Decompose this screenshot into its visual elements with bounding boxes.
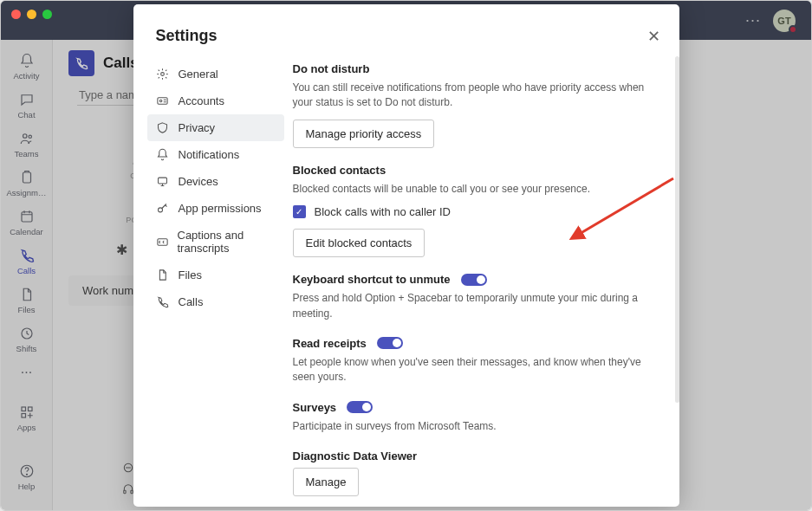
gear-icon — [156, 68, 170, 81]
modal-overlay: Settings ✕ General Ac — [1, 1, 811, 510]
keyboard-desc: Press and hold Option + Spacebar to temp… — [293, 291, 648, 321]
id-card-icon — [156, 94, 170, 107]
surveys-desc: Participate in surveys from Microsoft Te… — [293, 419, 648, 434]
app-window: ··· GT Activity Chat Teams — [0, 0, 812, 511]
nav-item-privacy[interactable]: Privacy — [147, 114, 284, 141]
settings-nav: General Accounts Privacy — [133, 54, 284, 507]
nav-item-files[interactable]: Files — [147, 262, 284, 288]
minimize-window-icon[interactable] — [27, 10, 36, 19]
nav-item-accounts[interactable]: Accounts — [147, 87, 284, 114]
nav-label: Files — [179, 268, 202, 281]
nav-item-devices[interactable]: Devices — [147, 168, 284, 195]
read-heading: Read receipts — [293, 337, 367, 350]
bell-icon — [156, 148, 170, 161]
captions-icon — [156, 236, 169, 249]
diag-manage-button[interactable]: Manage — [293, 468, 360, 496]
phone-icon — [156, 295, 170, 308]
dnd-desc: You can still receive notifications from… — [293, 81, 648, 111]
nav-label: Accounts — [179, 94, 224, 107]
nav-label: Privacy — [179, 121, 216, 134]
document-icon — [156, 268, 170, 281]
svg-rect-14 — [158, 98, 167, 105]
dnd-heading: Do not disturb — [293, 62, 648, 75]
keyboard-toggle[interactable] — [461, 274, 487, 286]
nav-label: General — [179, 68, 218, 81]
nav-item-app-permissions[interactable]: App permissions — [147, 195, 284, 222]
nav-item-calls[interactable]: Calls — [147, 288, 284, 315]
close-icon[interactable]: ✕ — [647, 27, 660, 46]
scrollbar[interactable] — [675, 56, 679, 403]
surveys-toggle[interactable] — [347, 401, 373, 413]
settings-content[interactable]: Do not disturb You can still receive not… — [284, 54, 679, 507]
blocked-section: Blocked contacts Blocked contacts will b… — [293, 164, 648, 257]
surveys-section: Surveys Participate in surveys from Micr… — [293, 401, 648, 434]
blocked-heading: Blocked contacts — [293, 164, 648, 177]
edit-blocked-button[interactable]: Edit blocked contacts — [293, 229, 425, 257]
nav-label: App permissions — [179, 202, 262, 215]
nav-label: Calls — [179, 295, 204, 308]
shield-icon — [156, 121, 170, 134]
blocked-desc: Blocked contacts will be unable to call … — [293, 182, 648, 197]
window-controls — [11, 10, 52, 19]
svg-point-17 — [159, 208, 163, 212]
svg-rect-16 — [159, 178, 167, 184]
nav-label: Devices — [179, 175, 218, 188]
read-desc: Let people know when you've seen their m… — [293, 355, 648, 385]
keyboard-section: Keyboard shortcut to unmute Press and ho… — [293, 273, 648, 321]
manage-priority-button[interactable]: Manage priority access — [293, 120, 435, 148]
nav-item-notifications[interactable]: Notifications — [147, 141, 284, 168]
checkbox-checked-icon: ✓ — [293, 205, 306, 218]
svg-point-15 — [159, 100, 162, 102]
checkbox-label: Block calls with no caller ID — [315, 205, 451, 218]
read-toggle[interactable] — [377, 337, 403, 349]
svg-point-13 — [161, 73, 165, 76]
nav-label: Captions and transcripts — [178, 229, 276, 255]
device-icon — [156, 175, 170, 188]
read-section: Read receipts Let people know when you'v… — [293, 337, 648, 385]
surveys-heading: Surveys — [293, 401, 337, 414]
keyboard-heading: Keyboard shortcut to unmute — [293, 273, 451, 286]
key-icon — [156, 202, 170, 215]
close-window-icon[interactable] — [11, 10, 21, 19]
nav-item-captions[interactable]: Captions and transcripts — [147, 222, 284, 262]
modal-header: Settings ✕ — [133, 4, 679, 54]
diag-heading: Diagnostic Data Viewer — [293, 450, 648, 462]
dnd-section: Do not disturb You can still receive not… — [293, 62, 648, 148]
block-no-callerid-checkbox[interactable]: ✓ Block calls with no caller ID — [293, 205, 648, 218]
nav-item-general[interactable]: General — [147, 61, 284, 87]
settings-modal: Settings ✕ General Ac — [133, 4, 679, 507]
settings-title: Settings — [156, 27, 218, 45]
zoom-window-icon[interactable] — [42, 10, 52, 19]
nav-label: Notifications — [179, 148, 240, 161]
diag-section: Diagnostic Data Viewer Manage — [293, 450, 648, 496]
